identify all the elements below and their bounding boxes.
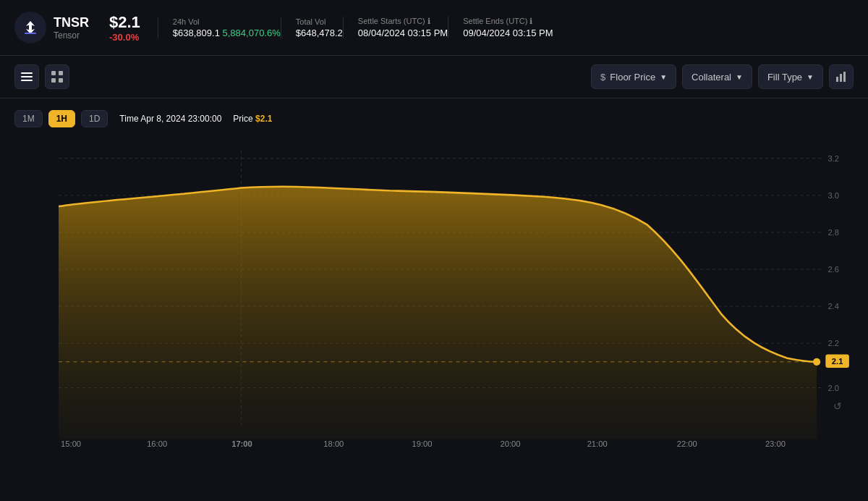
fill-type-button[interactable]: Fill Type ▼ [758, 64, 823, 89]
svg-text:21:00: 21:00 [587, 439, 608, 448]
time-1h-button[interactable]: 1H [48, 110, 75, 127]
svg-rect-14 [843, 72, 846, 82]
stat-settle-start-label: Settle Starts (UTC) ℹ [358, 17, 448, 26]
svg-text:23:00: 23:00 [765, 439, 786, 448]
stat-total-vol: Total Vol $648,478.2 [281, 17, 343, 38]
token-change: -30.0% [109, 32, 140, 43]
token-symbol: TNSR [54, 15, 89, 30]
svg-text:22:00: 22:00 [677, 439, 697, 448]
svg-rect-12 [836, 77, 838, 82]
token-logo-wrap: TNSR Tensor [14, 12, 89, 43]
tooltip-time-label: Time Apr 8, 2024 23:00:00 [119, 114, 221, 124]
toolbar: $ Floor Price ▼ Collateral ▼ Fill Type ▼ [0, 56, 868, 98]
svg-point-24 [813, 358, 820, 366]
fill-type-label: Fill Type [767, 72, 802, 83]
svg-text:3.2: 3.2 [827, 154, 839, 163]
svg-rect-5 [21, 72, 33, 74]
svg-text:18:00: 18:00 [323, 439, 344, 448]
svg-text:2.1: 2.1 [832, 357, 843, 366]
list-view-button[interactable] [14, 64, 39, 89]
stat-24h-vol-label: 24h Vol [173, 17, 281, 26]
svg-text:2.2: 2.2 [827, 339, 839, 348]
svg-rect-10 [51, 78, 56, 83]
svg-rect-8 [51, 71, 56, 75]
fill-type-chevron-icon: ▼ [807, 73, 814, 81]
stat-24h-vol: 24h Vol $638,809.1 5,884,070.6% [158, 17, 281, 38]
svg-rect-7 [21, 80, 33, 81]
svg-rect-3 [29, 25, 32, 30]
chart-container: 1M 1H 1D Time Apr 8, 2024 23:00:00 Price… [0, 98, 868, 469]
header-stats: 24h Vol $638,809.1 5,884,070.6% Total Vo… [158, 17, 854, 38]
tooltip-price-label: Price $2.1 [233, 114, 272, 124]
collateral-label: Collateral [692, 72, 731, 83]
svg-rect-9 [59, 71, 63, 75]
svg-text:17:00: 17:00 [231, 439, 252, 448]
token-name: Tensor [54, 30, 89, 41]
dollar-icon: $ [600, 72, 605, 83]
svg-text:↺: ↺ [833, 400, 842, 412]
svg-text:2.0: 2.0 [827, 384, 839, 392]
stat-24h-vol-value: $638,809.1 5,884,070.6% [173, 28, 281, 38]
stat-settle-end: Settle Ends (UTC) ℹ 09/04/2024 03:15 PM [448, 17, 553, 38]
stat-settle-start: Settle Starts (UTC) ℹ 08/04/2024 03:15 P… [343, 17, 448, 38]
stat-total-vol-value: $648,478.2 [296, 28, 343, 38]
collateral-chevron-icon: ▼ [736, 73, 743, 81]
svg-text:20:00: 20:00 [501, 439, 521, 448]
price-chart-svg: 3.2 3.0 2.8 2.6 2.4 2.2 2.0 2.1 ↺ 15:00 … [14, 136, 854, 469]
svg-rect-6 [21, 76, 33, 77]
floor-price-label: Floor Price [610, 72, 655, 83]
svg-text:19:00: 19:00 [412, 439, 432, 448]
token-price-block: $2.1 -30.0% [109, 13, 140, 43]
floor-price-button[interactable]: $ Floor Price ▼ [591, 64, 676, 89]
stat-settle-end-label: Settle Ends (UTC) ℹ [463, 17, 553, 26]
floor-price-chevron-icon: ▼ [660, 73, 667, 81]
svg-text:2.6: 2.6 [827, 265, 839, 274]
chart-tooltip: Time Apr 8, 2024 23:00:00 Price $2.1 [119, 114, 272, 124]
collateral-button[interactable]: Collateral ▼ [682, 64, 752, 89]
chart-header: 1M 1H 1D Time Apr 8, 2024 23:00:00 Price… [14, 110, 854, 127]
grid-view-button[interactable] [45, 64, 69, 89]
svg-text:16:00: 16:00 [147, 439, 167, 448]
svg-rect-11 [59, 78, 63, 83]
stat-settle-end-value: 09/04/2024 03:15 PM [463, 28, 553, 38]
stat-settle-start-value: 08/04/2024 03:15 PM [358, 28, 448, 38]
header: TNSR Tensor $2.1 -30.0% 24h Vol $638,809… [0, 0, 868, 56]
token-info: TNSR Tensor [54, 15, 89, 41]
svg-text:2.8: 2.8 [827, 228, 839, 237]
token-price: $2.1 [109, 13, 140, 32]
svg-text:3.0: 3.0 [827, 191, 839, 200]
time-1m-button[interactable]: 1M [14, 110, 43, 127]
svg-rect-4 [25, 33, 36, 34]
token-logo [14, 12, 46, 43]
chart-view-button[interactable] [829, 64, 854, 89]
svg-text:15:00: 15:00 [61, 439, 81, 448]
time-1d-button[interactable]: 1D [81, 110, 108, 127]
svg-text:2.4: 2.4 [827, 302, 839, 311]
chart-area: 3.2 3.0 2.8 2.6 2.4 2.2 2.0 2.1 ↺ 15:00 … [14, 136, 854, 469]
stat-total-vol-label: Total Vol [296, 17, 343, 26]
svg-rect-13 [840, 74, 842, 82]
